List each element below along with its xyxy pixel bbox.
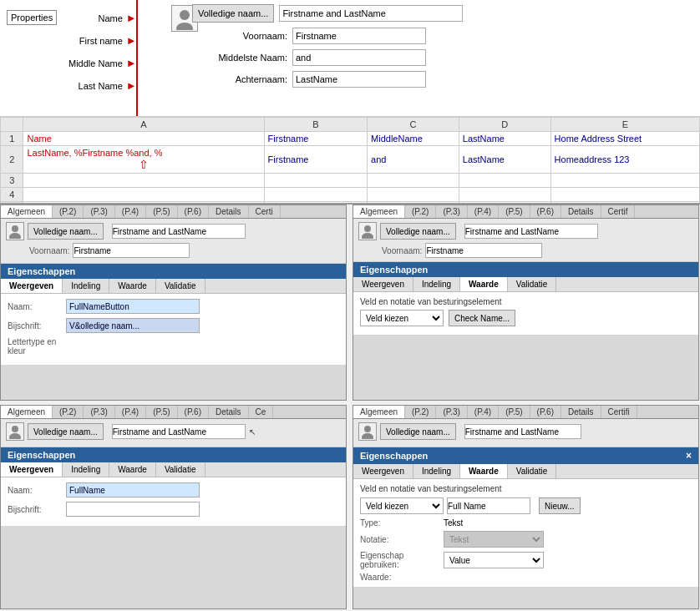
br1-volledig-button[interactable]: Volledige naam... — [380, 223, 456, 240]
cell-d4[interactable] — [459, 188, 550, 202]
achternaam-input[interactable] — [292, 71, 426, 88]
tab-certif-br1[interactable]: Certif — [601, 205, 636, 218]
br2-tab-indeling[interactable]: Indeling — [413, 464, 460, 478]
bl1-tab-weergeven[interactable]: Weergeven — [1, 279, 63, 293]
br2-nieuw-button[interactable]: Nieuw... — [539, 497, 581, 514]
tab-algemeen-bl1[interactable]: Algemeen — [1, 205, 53, 218]
br2-fullname-input[interactable] — [464, 424, 581, 439]
tab-algemeen-bl2[interactable]: Algemeen — [1, 406, 53, 418]
tab-ce-bl2[interactable]: Ce — [249, 406, 274, 418]
bl1-voornaam-input[interactable] — [73, 243, 190, 258]
br1-check-name-button[interactable]: Check Name... — [449, 310, 515, 326]
col-header-d[interactable]: D — [459, 118, 550, 132]
tab-p5-br1[interactable]: (P.5) — [499, 205, 530, 218]
col-header-c[interactable]: C — [368, 118, 459, 132]
cell-c4[interactable] — [368, 188, 459, 202]
bl1-bijschrift-input[interactable] — [66, 318, 200, 333]
tab-p2-br1[interactable]: (P.2) — [405, 205, 436, 218]
cell-e4[interactable] — [550, 188, 699, 202]
bl1-tab-waarde[interactable]: Waarde — [109, 279, 156, 293]
tab-p3-bl2[interactable]: (P.3) — [84, 406, 114, 418]
cell-d3[interactable] — [459, 174, 550, 188]
tab-p2-bl2[interactable]: (P.2) — [53, 406, 84, 418]
cell-e1[interactable]: Home Address Street — [550, 132, 699, 146]
voornaam-input[interactable] — [292, 28, 426, 44]
br1-tab-waarde[interactable]: Waarde — [460, 277, 508, 291]
tab-p6-bl2[interactable]: (P.6) — [178, 406, 209, 418]
cell-c1[interactable]: MiddleName — [368, 132, 459, 146]
tab-algemeen-br2[interactable]: Algemeen — [353, 406, 405, 418]
cell-c3[interactable] — [368, 174, 459, 188]
tab-p5-bl1[interactable]: (P.5) — [146, 205, 177, 218]
br1-tab-indeling[interactable]: Indeling — [413, 277, 460, 291]
middelste-input[interactable] — [292, 49, 426, 66]
bl2-volledig-button[interactable]: Volledige naam... — [28, 423, 104, 440]
tab-algemeen-br1[interactable]: Algemeen — [353, 205, 405, 218]
cell-b3[interactable] — [264, 174, 367, 188]
tab-p2-br2[interactable]: (P.2) — [405, 406, 436, 418]
cell-a4[interactable] — [23, 188, 264, 202]
tab-p4-br1[interactable]: (P.4) — [468, 205, 499, 218]
br2-eigenschap-select[interactable]: Value — [444, 552, 544, 568]
br2-notatie-select[interactable]: Tekst — [444, 531, 544, 548]
tab-certi-bl1[interactable]: Certi — [249, 205, 281, 218]
br2-close-button[interactable]: × — [686, 450, 692, 462]
cell-a1[interactable]: Name — [23, 132, 264, 146]
tab-p5-br2[interactable]: (P.5) — [499, 406, 530, 418]
br2-veld-kiezen-select[interactable]: Veld kiezen — [360, 497, 444, 514]
col-header-a[interactable]: A — [23, 118, 264, 132]
col-header-e[interactable]: E — [550, 118, 699, 132]
cell-c2[interactable]: and — [368, 146, 459, 174]
cell-a2[interactable]: LastName, %Firstname %and, % ⇧ — [23, 146, 264, 174]
tab-p6-br1[interactable]: (P.6) — [530, 205, 561, 218]
br1-tab-weergeven[interactable]: Weergeven — [353, 277, 413, 291]
br2-tab-waarde[interactable]: Waarde — [460, 464, 508, 478]
bl2-fullname-input[interactable] — [112, 424, 246, 439]
tab-p4-br2[interactable]: (P.4) — [468, 406, 499, 418]
volledig-naam-button[interactable]: Volledige naam... — [192, 4, 274, 23]
bl1-volledig-button[interactable]: Volledige naam... — [28, 223, 104, 240]
br1-voornaam-input[interactable] — [425, 243, 542, 258]
bl2-naam-input[interactable] — [66, 482, 200, 497]
bl1-tab-validatie[interactable]: Validatie — [156, 279, 205, 293]
bl1-fullname-input[interactable] — [112, 224, 246, 239]
tab-p6-br2[interactable]: (P.6) — [530, 406, 561, 418]
br2-fullname-field[interactable] — [447, 497, 530, 514]
tab-p6-bl1[interactable]: (P.6) — [178, 205, 209, 218]
bl2-tab-validatie[interactable]: Validatie — [156, 462, 205, 477]
tab-p2-bl1[interactable]: (P.2) — [53, 205, 84, 218]
tab-certifi-br2[interactable]: Certifi — [601, 406, 637, 418]
bl1-naam-input[interactable] — [66, 299, 200, 314]
fullname-input[interactable] — [279, 5, 463, 22]
cell-b2[interactable]: Firstname — [264, 146, 367, 174]
tab-p4-bl1[interactable]: (P.4) — [115, 205, 146, 218]
tab-details-bl2[interactable]: Details — [209, 406, 249, 418]
cell-d1[interactable]: LastName — [459, 132, 550, 146]
tab-p5-bl2[interactable]: (P.5) — [146, 406, 177, 418]
cell-b4[interactable] — [264, 188, 367, 202]
tab-details-br2[interactable]: Details — [561, 406, 601, 418]
cell-b1[interactable]: Firstname — [264, 132, 367, 146]
bl1-tab-indeling[interactable]: Indeling — [63, 279, 109, 293]
br2-tab-weergeven[interactable]: Weergeven — [353, 464, 413, 478]
bl2-bijschrift-input[interactable] — [66, 502, 200, 517]
tab-p4-bl2[interactable]: (P.4) — [115, 406, 146, 418]
cell-a3[interactable] — [23, 174, 264, 188]
tab-details-br1[interactable]: Details — [561, 205, 601, 218]
cell-d2[interactable]: LastName — [459, 146, 550, 174]
br2-volledig-button[interactable]: Volledige naam... — [380, 423, 456, 440]
tab-p3-br2[interactable]: (P.3) — [436, 406, 467, 418]
tab-details-bl1[interactable]: Details — [209, 205, 249, 218]
tab-p3-br1[interactable]: (P.3) — [436, 205, 467, 218]
br1-veld-kiezen-select[interactable]: Veld kiezen — [360, 310, 444, 326]
bl2-tab-weergeven[interactable]: Weergeven — [1, 462, 63, 477]
br1-fullname-input[interactable] — [464, 224, 598, 239]
col-header-b[interactable]: B — [264, 118, 367, 132]
br2-tab-validatie[interactable]: Validatie — [508, 464, 557, 478]
tab-p3-bl1[interactable]: (P.3) — [84, 205, 114, 218]
bl2-tab-indeling[interactable]: Indeling — [63, 462, 109, 477]
bl2-tab-waarde[interactable]: Waarde — [109, 462, 156, 477]
br1-tab-validatie[interactable]: Validatie — [508, 277, 557, 291]
cell-e2[interactable]: Homeaddress 123 — [550, 146, 699, 174]
cell-e3[interactable] — [550, 174, 699, 188]
